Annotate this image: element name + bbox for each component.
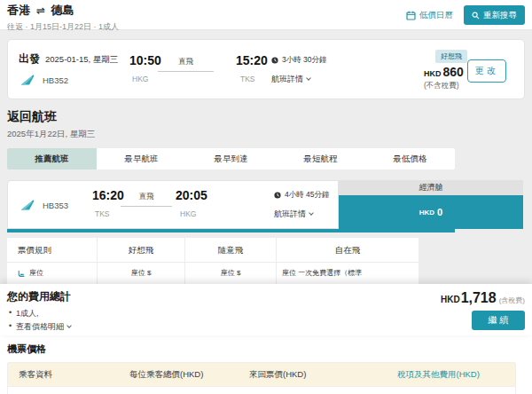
return-arr-time: 20:05 xyxy=(176,188,207,202)
departure-fare-badge: 好想飛 xyxy=(435,50,467,63)
fare-column-lite: 好想飛 xyxy=(98,238,185,262)
return-flight-details-toggle[interactable]: 航班詳情 xyxy=(274,209,313,220)
continue-button[interactable]: 繼 續 xyxy=(472,311,525,330)
seat-full-cell: 座位 一次免費選擇（標準 xyxy=(277,263,419,284)
fare-rules-header: 票價規則 xyxy=(7,238,98,262)
passenger-info-header: 乘客資料 xyxy=(8,363,119,386)
economy-fare-option[interactable]: 經濟艙 HKD0 xyxy=(339,180,523,229)
departure-price: HKD860 xyxy=(424,64,464,80)
tab-recommended[interactable]: 推薦航班 xyxy=(7,148,97,169)
departure-price-note: (不含稅費) xyxy=(424,81,459,91)
return-duration: 4小時 45分鐘 xyxy=(274,190,330,201)
tab-earliest-arrival[interactable]: 最早到達 xyxy=(186,148,276,169)
search-again-label: 重新搜尋 xyxy=(483,10,517,21)
currency-label: HKD xyxy=(424,69,442,78)
cost-summary-bar: 您的費用總計 1成人, 查看價格明細 HKD1,718(含稅費) 繼 續 xyxy=(0,284,532,335)
return-flight-number: HB353 xyxy=(20,199,68,211)
tab-lowest-price[interactable]: 最低價格 xyxy=(365,148,455,169)
fare-comparison-table: 票價規則 好想飛 隨意飛 自在飛 座位 座位 $ 座位 $ 座位 一次免費選擇（… xyxy=(7,238,419,284)
seat-flex-cell: 座位 $ xyxy=(185,263,277,284)
currency-label: HKD xyxy=(419,209,434,217)
taxes-fees-header-link[interactable]: 稅項及其他費用(HKD) xyxy=(387,363,515,386)
search-again-button[interactable]: 重新搜尋 xyxy=(464,5,525,25)
top-actions: 低價日曆 重新搜尋 xyxy=(406,3,525,29)
per-passenger-total-header: 每位乘客總價(HKD) xyxy=(119,363,239,386)
per-passenger-total-cell: 1718 xyxy=(119,387,239,394)
departure-duration: 3小時 30分鐘 xyxy=(271,55,327,66)
airline-fin-logo-icon xyxy=(20,74,38,86)
round-trip-fare-cell: 860 xyxy=(239,387,387,394)
ticket-price-section: 機票價格 乘客資料 每位乘客總價(HKD) 來回票價(HKD) 稅項及其他費用(… xyxy=(0,335,532,394)
fare-table-header-row: 票價規則 好想飛 隨意飛 自在飛 xyxy=(7,238,419,262)
swap-route-icon: ⇌ xyxy=(36,4,46,17)
origin-city: 香港 xyxy=(7,4,31,17)
route-title: 香港⇌德島 xyxy=(7,3,119,19)
destination-city: 德島 xyxy=(51,4,75,17)
airline-fin-logo-icon xyxy=(20,199,38,211)
departure-stop-type: 直飛 xyxy=(158,57,214,72)
chevron-down-icon xyxy=(306,75,311,81)
route-summary: 香港⇌德島 往返 · 1月15日-1月22日 · 1成人 xyxy=(7,3,119,29)
fare-column-full: 自在飛 xyxy=(277,238,419,262)
ticket-price-table: 乘客資料 每位乘客總價(HKD) 來回票價(HKD) 稅項及其他費用(HKD) … xyxy=(7,362,516,394)
trip-summary: 往返 · 1月15日-1月22日 · 1成人 xyxy=(7,21,119,33)
calendar-icon xyxy=(406,11,416,20)
return-arr-airport: HKG xyxy=(180,209,196,218)
change-flight-button[interactable]: 更改 xyxy=(467,59,506,83)
ticket-price-header-row: 乘客資料 每位乘客總價(HKD) 來回票價(HKD) 稅項及其他費用(HKD) xyxy=(8,363,515,386)
clock-icon xyxy=(274,192,281,199)
flight-results-page: 香港⇌德島 往返 · 1月15日-1月22日 · 1成人 低價日曆 重新搜尋 出… xyxy=(0,0,532,394)
cabin-class-header: 經濟艙 xyxy=(339,180,523,195)
return-flight-card: HB353 16:20 TKS 直飛 20:05 HKG 4小時 45分鐘 航班… xyxy=(7,180,339,229)
total-amount: 1,718 xyxy=(461,290,497,305)
round-trip-fare-header: 來回票價(HKD) xyxy=(239,363,387,386)
price-amount: 860 xyxy=(443,65,464,79)
chevron-down-icon xyxy=(309,210,314,216)
low-fare-calendar-label: 低價日曆 xyxy=(419,10,453,21)
departure-arr-airport: TKS xyxy=(240,75,255,83)
passenger-type-cell: 成人 *1 xyxy=(8,387,119,394)
departure-flight-number: HB352 xyxy=(20,74,68,86)
low-fare-calendar-link[interactable]: 低價日曆 xyxy=(406,10,453,21)
taxes-amount-toggle[interactable]: 858 xyxy=(387,387,515,394)
clock-icon xyxy=(271,57,278,64)
departure-arr-time: 15:20 xyxy=(236,53,268,67)
search-icon xyxy=(472,12,480,20)
selected-flight-underline xyxy=(7,229,455,232)
return-dep-airport: TKS xyxy=(95,209,110,218)
departure-date: 2025-01-15, 星期三 xyxy=(45,54,118,66)
ticket-price-data-row: 成人 *1 1718 860 858 xyxy=(8,386,515,394)
top-search-bar: 香港⇌德島 往返 · 1月15日-1月22日 · 1成人 低價日曆 重新搜尋 xyxy=(0,0,532,30)
tab-earliest-departure[interactable]: 最早航班 xyxy=(97,148,186,169)
tab-shortest-duration[interactable]: 最短航程 xyxy=(276,148,365,169)
return-date: 2025年1月22日, 星期三 xyxy=(7,129,525,140)
departure-label: 出發 xyxy=(19,51,40,67)
seat-lite-cell: 座位 $ xyxy=(98,263,185,284)
ticket-price-title: 機票價格 xyxy=(7,343,525,356)
tax-included-note: (含稅費) xyxy=(499,296,525,304)
return-section-title: 返回航班 xyxy=(7,109,525,125)
results-content: 出發 2025-01-15, 星期三 HB352 10:50 HKG 直飛 15… xyxy=(0,39,532,284)
sort-tabs: 推薦航班 最早航班 最早到達 最短航程 最低價格 xyxy=(7,148,455,169)
total-price: HKD1,718(含稅費) xyxy=(441,290,525,306)
departure-flight-details-toggle[interactable]: 航班詳情 xyxy=(271,74,310,85)
return-dep-time: 16:20 xyxy=(92,188,124,202)
return-stop-type: 直飛 xyxy=(121,192,172,207)
seat-icon xyxy=(18,270,26,278)
total-price-block: HKD1,718(含稅費) 繼 續 xyxy=(441,290,525,330)
departure-dep-time: 10:50 xyxy=(129,53,161,67)
departure-flight-card: 出發 2025-01-15, 星期三 HB352 10:50 HKG 直飛 15… xyxy=(7,39,525,99)
fare-column-flex: 隨意飛 xyxy=(185,238,277,262)
price-amount: 0 xyxy=(437,207,442,217)
selected-fare-price: HKD0 xyxy=(339,195,523,229)
departure-dep-airport: HKG xyxy=(132,75,148,83)
currency-label: HKD xyxy=(441,295,460,304)
chevron-down-icon xyxy=(66,323,72,328)
fare-table-seat-row: 座位 座位 $ 座位 $ 座位 一次免費選擇（標準 xyxy=(7,262,419,284)
return-flight-row: HB353 16:20 TKS 直飛 20:05 HKG 4小時 45分鐘 航班… xyxy=(7,180,525,235)
seat-rule-cell: 座位 xyxy=(7,263,98,284)
